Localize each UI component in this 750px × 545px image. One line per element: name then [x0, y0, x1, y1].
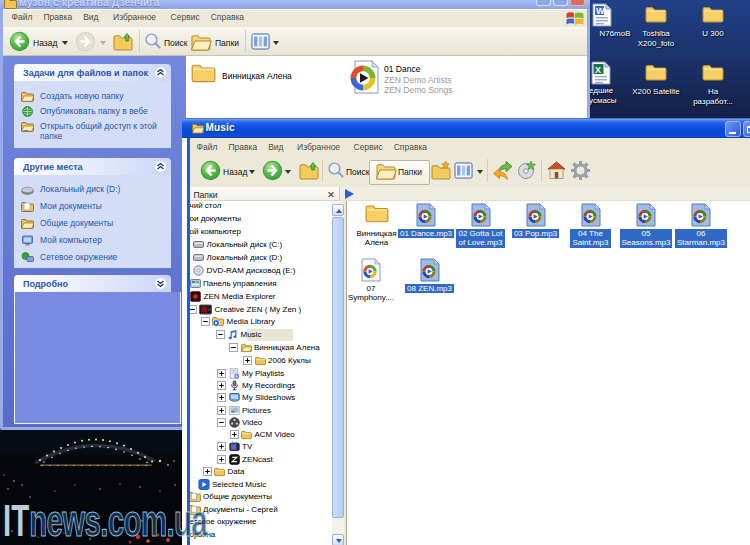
svg-text:X: X [595, 65, 601, 75]
svg-text:W: W [596, 6, 605, 16]
